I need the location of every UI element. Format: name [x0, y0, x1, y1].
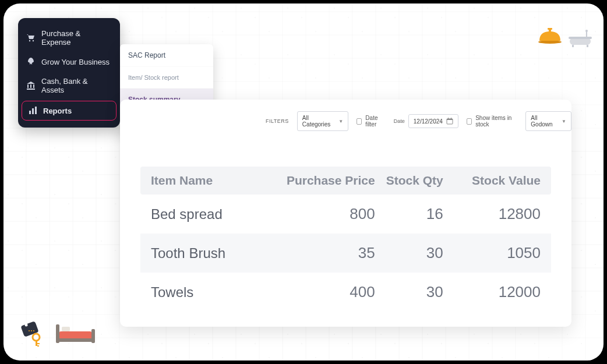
svg-rect-25 — [27, 84, 29, 88]
category-select-value: All Categories — [302, 115, 330, 128]
bank-icon — [26, 81, 36, 90]
date-label: Date — [394, 118, 405, 124]
cell-stock-qty: 30 — [375, 244, 443, 262]
svg-point-13 — [33, 330, 34, 331]
svg-point-24 — [33, 40, 34, 41]
svg-rect-33 — [447, 119, 453, 120]
cart-icon — [26, 33, 36, 43]
svg-rect-2 — [548, 28, 552, 30]
calendar-icon — [446, 118, 453, 125]
checkbox-box — [357, 118, 362, 125]
cell-item-name: Towels — [151, 284, 277, 301]
date-filter-label: Date filter — [365, 115, 385, 128]
svg-point-12 — [31, 330, 32, 331]
bathtub-icon — [569, 30, 592, 48]
chevron-down-icon: ▼ — [562, 119, 566, 124]
svg-rect-34 — [448, 118, 449, 119]
filters-label: FILTERS — [266, 118, 289, 124]
service-bell-icon — [537, 27, 563, 44]
table-header: Item Name Purchase Price Stock Qty Stock… — [140, 167, 551, 195]
bed-icon — [54, 320, 97, 348]
submenu-item-sac-report[interactable]: SAC Report — [120, 44, 213, 67]
svg-rect-8 — [587, 45, 588, 47]
cell-item-name: Bed spread — [151, 206, 277, 222]
cell-purchase-price: 35 — [277, 244, 375, 262]
date-picker[interactable]: 12/12/2024 — [408, 114, 458, 128]
cell-purchase-price: 400 — [277, 283, 375, 301]
chevron-down-icon: ▼ — [338, 119, 343, 124]
svg-point-10 — [25, 324, 28, 327]
cell-stock-value: 12800 — [443, 205, 541, 223]
cell-stock-value: 1050 — [443, 244, 541, 262]
sidebar-item-reports[interactable]: Reports — [22, 101, 117, 121]
svg-rect-27 — [33, 84, 34, 88]
godown-select[interactable]: All Godown ▼ — [525, 111, 571, 131]
th-stock-value: Stock Value — [443, 174, 541, 188]
svg-rect-9 — [20, 321, 38, 337]
sidebar-item-purchase-expense[interactable]: Purchase & Expense — [18, 24, 120, 52]
svg-rect-35 — [451, 118, 451, 119]
table-row: Tooth Brush 35 30 1050 — [140, 234, 551, 273]
svg-rect-15 — [36, 340, 37, 346]
svg-rect-4 — [569, 37, 592, 39]
svg-point-23 — [29, 40, 30, 41]
svg-rect-26 — [30, 84, 31, 88]
table-row: Bed spread 800 16 12800 — [140, 195, 551, 234]
sidebar-item-label: Cash, Bank & Assets — [41, 77, 112, 94]
th-item-name: Item Name — [151, 174, 277, 188]
sidebar-item-cash-bank-assets[interactable]: Cash, Bank & Assets — [18, 72, 120, 100]
sidebar-item-label: Reports — [43, 107, 72, 115]
show-stock-checkbox[interactable]: Show items in stock — [467, 115, 517, 128]
cell-stock-qty: 30 — [375, 283, 443, 301]
checkbox-box — [467, 118, 472, 125]
svg-rect-7 — [572, 45, 574, 47]
cell-purchase-price: 800 — [277, 205, 375, 223]
show-stock-label: Show items in stock — [475, 115, 517, 128]
svg-point-6 — [585, 30, 588, 32]
th-purchase-price: Purchase Price — [277, 174, 375, 188]
category-select[interactable]: All Categories ▼ — [297, 111, 348, 131]
table-row: Towels 400 30 12000 — [140, 273, 551, 312]
svg-rect-22 — [62, 327, 70, 331]
svg-rect-16 — [37, 343, 40, 344]
svg-point-11 — [29, 330, 30, 331]
sidebar-item-label: Grow Your Business — [41, 58, 110, 66]
svg-point-14 — [33, 334, 40, 341]
svg-rect-31 — [35, 107, 37, 114]
sidebar: Purchase & Expense Grow Your Business Ca… — [18, 18, 120, 128]
godown-select-value: All Godown — [531, 115, 553, 128]
key-tag-icon — [20, 320, 49, 348]
cell-item-name: Tooth Brush — [151, 245, 277, 261]
sidebar-item-grow-business[interactable]: Grow Your Business — [18, 52, 120, 72]
cell-stock-qty: 16 — [375, 205, 443, 223]
th-stock-qty: Stock Qty — [375, 174, 443, 188]
svg-rect-17 — [37, 345, 39, 347]
svg-rect-30 — [32, 108, 34, 114]
sidebar-item-label: Purchase & Expense — [41, 29, 112, 47]
svg-rect-29 — [29, 111, 31, 114]
report-card: FILTERS All Categories ▼ Date filter Dat… — [120, 100, 571, 327]
stock-summary-table: Item Name Purchase Price Stock Qty Stock… — [140, 167, 551, 312]
cell-stock-value: 12000 — [443, 283, 541, 301]
svg-rect-28 — [27, 89, 35, 90]
svg-rect-20 — [59, 331, 91, 340]
submenu-item-item-stock-report[interactable]: Item/ Stock report — [120, 67, 213, 89]
svg-rect-21 — [56, 338, 95, 342]
filters-bar: FILTERS All Categories ▼ Date filter Dat… — [266, 111, 571, 131]
bar-chart-icon — [28, 106, 37, 115]
date-filter-checkbox[interactable]: Date filter — [357, 115, 386, 128]
date-value: 12/12/2024 — [414, 118, 443, 125]
rocket-icon — [26, 57, 36, 66]
